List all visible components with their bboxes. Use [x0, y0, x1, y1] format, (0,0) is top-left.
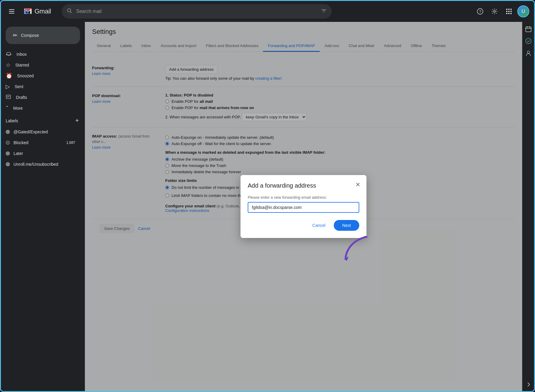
svg-rect-0: [9, 9, 14, 10]
right-panel: [522, 22, 534, 391]
svg-rect-16: [506, 13, 507, 14]
settings-container: Settings General Labels Inbox Accounts a…: [85, 22, 522, 391]
compose-label: Compose: [21, 33, 39, 38]
label-dot-later: [6, 151, 10, 156]
sidebar-item-inbox[interactable]: Inbox: [1, 49, 80, 60]
labels-section: Labels +: [1, 114, 85, 126]
more-icon: ˅: [6, 105, 8, 111]
top-bar-actions: ?: [474, 5, 529, 17]
label-dot-gated: [6, 130, 10, 134]
sidebar-item-more[interactable]: ˅ More: [1, 103, 80, 114]
gmail-logo: G Gmail: [22, 6, 51, 17]
svg-marker-20: [344, 256, 348, 261]
svg-rect-11: [508, 9, 510, 10]
svg-point-9: [494, 10, 495, 12]
help-icon[interactable]: ?: [474, 5, 486, 17]
label-dot-blocked: [6, 141, 10, 145]
search-bar: [62, 4, 332, 19]
label-dot-unroll: [6, 162, 10, 166]
tasks-icon[interactable]: [524, 36, 533, 46]
snoozed-label: Snoozed: [17, 73, 34, 78]
contacts-icon[interactable]: [524, 48, 533, 58]
svg-rect-1: [9, 11, 14, 12]
app-title: Gmail: [34, 7, 51, 15]
label-text-unroll: Unroll.me/Unsubscribed: [13, 162, 58, 167]
search-icon: [67, 8, 73, 15]
sidebar: ✏ Compose Inbox ☆ Starred ⏰ Snoozed: [1, 22, 85, 391]
svg-rect-2: [9, 13, 14, 13]
label-item-gated[interactable]: @Gated/Expected: [1, 126, 80, 137]
starred-label: Starred: [15, 63, 29, 67]
label-item-later[interactable]: Later: [1, 148, 80, 159]
more-label: More: [13, 106, 23, 111]
sidebar-item-drafts[interactable]: Drafts: [1, 92, 80, 103]
svg-point-22: [526, 38, 531, 44]
drafts-label: Drafts: [16, 95, 27, 100]
label-text-blocked: Blocked: [13, 140, 28, 145]
label-item-unroll[interactable]: Unroll.me/Unsubscribed: [1, 159, 80, 170]
svg-text:?: ?: [479, 9, 481, 14]
sidebar-item-snoozed[interactable]: ⏰ Snoozed: [1, 70, 80, 81]
svg-rect-12: [510, 9, 512, 10]
label-count-blocked: 1,687: [66, 141, 75, 145]
svg-rect-10: [506, 9, 507, 10]
modal-cancel-button[interactable]: Cancel: [308, 221, 330, 230]
label-text-gated: @Gated/Expected: [13, 129, 48, 134]
sent-icon: ▷: [6, 83, 10, 90]
modal-overlay: ✕ Add a forwarding address Please enter …: [85, 22, 522, 391]
search-input[interactable]: [76, 9, 317, 14]
star-icon: ☆: [6, 62, 10, 68]
svg-point-6: [67, 9, 71, 12]
calendar-icon[interactable]: [524, 24, 533, 34]
svg-point-23: [527, 51, 530, 53]
snoozed-icon: ⏰: [6, 73, 12, 79]
inbox-label: Inbox: [16, 52, 27, 57]
compose-pen-icon: ✏: [13, 32, 17, 39]
compose-button[interactable]: ✏ Compose: [6, 27, 80, 44]
modal-actions: Cancel Next: [248, 220, 359, 231]
avatar[interactable]: U: [517, 5, 529, 17]
modal-next-button[interactable]: Next: [334, 220, 359, 231]
top-bar: G Gmail: [1, 1, 534, 22]
svg-text:G: G: [24, 8, 29, 15]
modal-title: Add a forwarding address: [248, 182, 359, 189]
main-content: ✏ Compose Inbox ☆ Starred ⏰ Snoozed: [1, 22, 534, 391]
arrow-annotation: [342, 234, 372, 265]
label-item-blocked[interactable]: Blocked 1,687: [1, 137, 80, 148]
modal-email-input[interactable]: [248, 202, 359, 213]
modal-close-button[interactable]: ✕: [354, 180, 362, 189]
svg-rect-13: [506, 11, 507, 12]
add-forwarding-modal: ✕ Add a forwarding address Please enter …: [241, 175, 366, 238]
sent-label: Sent: [15, 84, 23, 89]
hamburger-icon[interactable]: [6, 5, 18, 17]
svg-rect-19: [6, 95, 10, 99]
modal-email-label: Please enter a new forwarding email addr…: [248, 195, 359, 200]
sidebar-item-starred[interactable]: ☆ Starred: [1, 60, 80, 70]
add-label-button[interactable]: +: [74, 116, 80, 125]
svg-rect-17: [508, 13, 510, 14]
apps-icon[interactable]: [503, 5, 515, 17]
labels-title: Labels: [6, 118, 18, 123]
sidebar-item-sent[interactable]: ▷ Sent: [1, 81, 80, 92]
svg-rect-21: [526, 27, 531, 32]
expand-panel-icon[interactable]: [525, 382, 531, 389]
label-text-later: Later: [13, 151, 23, 156]
settings-icon[interactable]: [489, 5, 501, 17]
drafts-icon: [6, 94, 11, 101]
inbox-icon: [6, 51, 12, 58]
svg-rect-15: [510, 11, 512, 12]
svg-rect-14: [508, 11, 510, 12]
search-options-icon[interactable]: [321, 8, 327, 15]
svg-rect-18: [510, 13, 512, 14]
